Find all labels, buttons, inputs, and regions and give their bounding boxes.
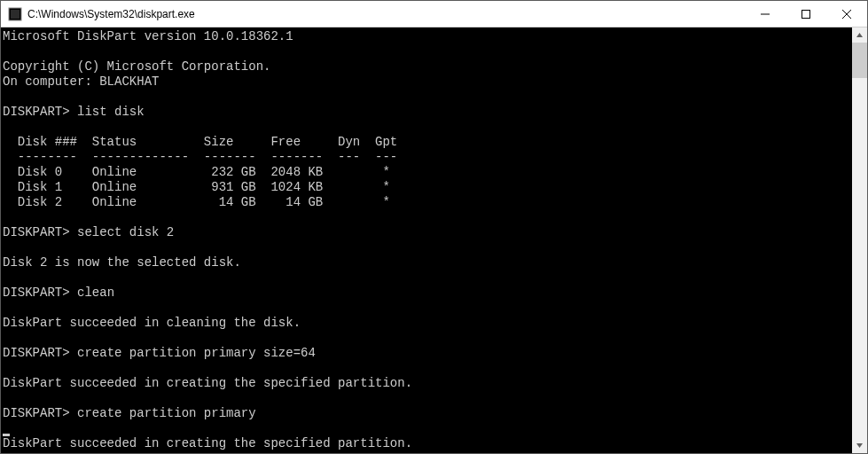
- scroll-down-button[interactable]: [852, 438, 867, 453]
- window-controls: [745, 1, 867, 27]
- client-area: Microsoft DiskPart version 10.0.18362.1 …: [1, 27, 867, 453]
- cmd-list-disk: list disk: [77, 105, 145, 119]
- version-line: Microsoft DiskPart version 10.0.18362.1: [3, 29, 293, 43]
- cmd-clean: clean: [77, 286, 114, 300]
- disk-table-divider: -------- ------------- ------- ------- -…: [3, 150, 397, 164]
- prompt: DISKPART>: [3, 286, 70, 300]
- close-button[interactable]: [826, 1, 867, 27]
- prompt: DISKPART>: [3, 406, 70, 420]
- table-row: Disk 0 Online 232 GB 2048 KB *: [3, 165, 390, 179]
- computer-line: On computer: BLACKHAT: [3, 74, 159, 89]
- msg-selected: Disk 2 is now the selected disk.: [3, 255, 241, 270]
- msg-create-1: DiskPart succeeded in creating the speci…: [3, 376, 412, 390]
- scroll-up-button[interactable]: [852, 27, 867, 43]
- scrollbar-track[interactable]: [852, 43, 867, 438]
- minimize-button[interactable]: [745, 1, 786, 27]
- titlebar[interactable]: C:\Windows\System32\diskpart.exe: [1, 1, 867, 27]
- cmd-select-disk: select disk 2: [77, 225, 174, 239]
- cmd-create-partition-2: create partition primary: [77, 406, 256, 420]
- prompt: DISKPART>: [3, 225, 70, 239]
- disk-table-header: Disk ### Status Size Free Dyn Gpt: [3, 135, 397, 149]
- prompt: DISKPART>: [3, 346, 70, 360]
- terminal-output[interactable]: Microsoft DiskPart version 10.0.18362.1 …: [1, 27, 852, 453]
- prompt: DISKPART>: [3, 105, 70, 119]
- svg-rect-1: [11, 10, 20, 19]
- copyright-line: Copyright (C) Microsoft Corporation.: [3, 59, 270, 74]
- svg-marker-7: [856, 443, 863, 448]
- cmd-create-partition-1: create partition primary size=64: [77, 346, 316, 360]
- window-title: C:\Windows\System32\diskpart.exe: [27, 8, 745, 20]
- app-icon: [8, 7, 22, 21]
- table-row: Disk 1 Online 931 GB 1024 KB *: [3, 180, 390, 194]
- vertical-scrollbar[interactable]: [852, 27, 867, 453]
- svg-marker-6: [856, 33, 863, 37]
- svg-rect-3: [802, 10, 810, 18]
- scrollbar-thumb[interactable]: [852, 43, 867, 78]
- table-row: Disk 2 Online 14 GB 14 GB *: [3, 195, 390, 209]
- msg-clean: DiskPart succeeded in cleaning the disk.: [3, 316, 301, 330]
- msg-create-2: DiskPart succeeded in creating the speci…: [3, 436, 412, 450]
- maximize-button[interactable]: [786, 1, 826, 27]
